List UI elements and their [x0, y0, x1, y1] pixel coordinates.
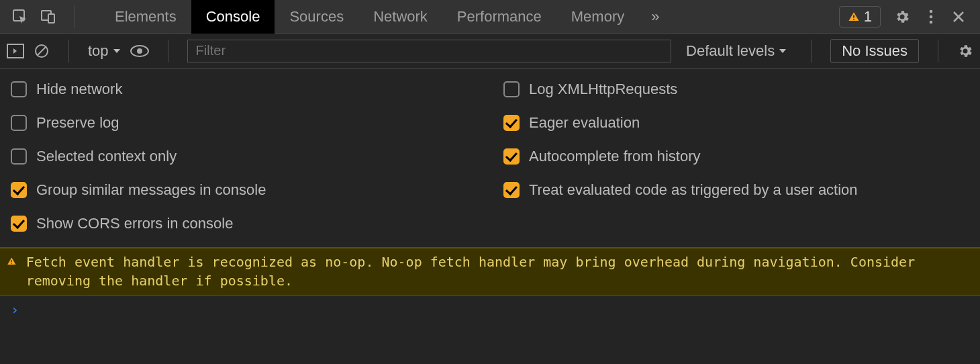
setting-label: Selected context only [36, 148, 177, 165]
inspect-icon[interactable] [8, 5, 32, 29]
setting-autocomplete-history[interactable]: Autocomplete from history [503, 148, 969, 165]
svg-rect-4 [853, 19, 854, 20]
divider [168, 40, 168, 62]
issues-button[interactable]: No Issues [830, 39, 919, 63]
tab-label: Performance [457, 8, 542, 26]
close-icon[interactable] [952, 10, 965, 24]
warning-count: 1 [864, 8, 872, 26]
svg-rect-13 [11, 263, 12, 263]
setting-preserve-log[interactable]: Preserve log [11, 114, 477, 132]
setting-label: Preserve log [36, 114, 119, 132]
divider [938, 40, 938, 62]
svg-rect-12 [11, 260, 12, 262]
warning-icon [7, 255, 17, 267]
setting-label: Show CORS errors in console [36, 215, 233, 232]
checkbox[interactable] [503, 182, 520, 198]
live-expression-icon[interactable] [130, 45, 149, 57]
warning-message: Fetch event handler is recognized as no-… [26, 253, 973, 290]
setting-label: Log XMLHttpRequests [529, 81, 677, 98]
clear-console-icon[interactable] [34, 43, 50, 59]
divider [811, 40, 812, 62]
tab-network[interactable]: Network [358, 0, 442, 34]
tab-label: Sources [289, 8, 344, 26]
checkbox[interactable] [11, 182, 27, 198]
setting-group-similar[interactable]: Group similar messages in console [11, 181, 477, 199]
setting-selected-context[interactable]: Selected context only [11, 148, 477, 165]
tab-elements[interactable]: Elements [100, 0, 191, 34]
svg-rect-2 [48, 14, 54, 23]
tabs-overflow-button[interactable]: » [639, 8, 671, 26]
tab-performance[interactable]: Performance [442, 0, 556, 34]
setting-log-xhr[interactable]: Log XMLHttpRequests [503, 81, 969, 98]
svg-point-7 [930, 20, 933, 24]
tab-sources[interactable]: Sources [275, 0, 358, 34]
issues-button-label: No Issues [842, 42, 908, 59]
chevron-down-icon [779, 48, 787, 54]
setting-hide-network[interactable]: Hide network [11, 81, 477, 98]
tab-label: Memory [571, 8, 624, 26]
prompt-chevron-icon: › [11, 302, 19, 318]
svg-point-6 [930, 15, 933, 18]
svg-point-5 [930, 9, 933, 13]
issues-warning-badge[interactable]: 1 [839, 6, 881, 28]
setting-label: Autocomplete from history [529, 148, 701, 165]
overflow-glyph: » [651, 8, 659, 26]
checkbox[interactable] [503, 148, 520, 165]
tab-label: Network [373, 8, 428, 26]
checkbox[interactable] [11, 216, 27, 232]
setting-user-action[interactable]: Treat evaluated code as triggered by a u… [503, 181, 969, 199]
context-selector[interactable]: top [88, 42, 121, 60]
kebab-menu-icon[interactable] [929, 9, 933, 24]
checkbox[interactable] [503, 81, 520, 97]
tab-memory[interactable]: Memory [556, 0, 639, 34]
filter-input[interactable] [187, 40, 672, 62]
tab-label: Elements [115, 8, 177, 26]
levels-label: Default levels [686, 42, 775, 60]
checkbox[interactable] [11, 81, 27, 97]
console-settings-panel: Hide network Log XMLHttpRequests Preserv… [0, 69, 980, 248]
svg-point-11 [137, 48, 142, 54]
setting-cors-errors[interactable]: Show CORS errors in console [11, 215, 477, 232]
tab-console[interactable]: Console [191, 0, 275, 34]
tab-label: Console [206, 8, 260, 26]
console-settings-gear-icon[interactable] [957, 43, 973, 59]
setting-eager-evaluation[interactable]: Eager evaluation [503, 114, 969, 132]
settings-gear-icon[interactable] [894, 9, 910, 25]
console-toolbar: top Default levels No Issues [0, 34, 980, 69]
console-warning-row: Fetch event handler is recognized as no-… [0, 248, 980, 296]
panel-tabs: Elements Console Sources Network Perform… [100, 0, 639, 34]
toggle-sidebar-icon[interactable] [7, 44, 24, 58]
device-toggle-icon[interactable] [36, 5, 60, 29]
checkbox[interactable] [503, 115, 520, 131]
divider [74, 5, 75, 28]
warning-icon [848, 11, 860, 23]
chevron-down-icon [113, 48, 121, 54]
context-label: top [88, 42, 109, 60]
setting-label: Treat evaluated code as triggered by a u… [529, 181, 858, 199]
checkbox[interactable] [11, 115, 27, 131]
setting-label: Group similar messages in console [36, 181, 266, 199]
setting-label: Hide network [36, 81, 122, 98]
svg-rect-3 [853, 15, 854, 17]
divider [68, 40, 69, 62]
setting-label: Eager evaluation [529, 114, 640, 132]
devtools-tabbar: Elements Console Sources Network Perform… [0, 0, 980, 34]
log-levels-selector[interactable]: Default levels [681, 42, 792, 60]
checkbox[interactable] [11, 148, 27, 165]
console-prompt[interactable]: › [0, 296, 980, 323]
